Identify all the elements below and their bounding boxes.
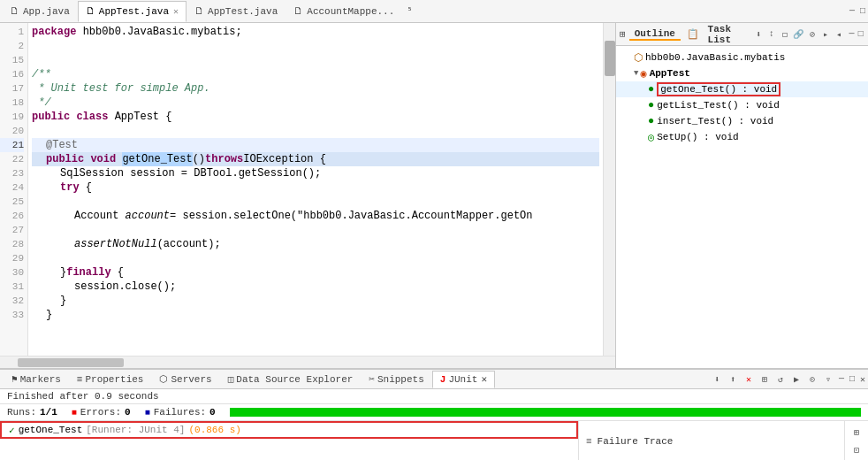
code-area[interactable]: package hbb0b0.JavaBasic.mybatis; /** * … xyxy=(28,23,603,356)
method-label-insert: insert_Test() : void xyxy=(657,116,773,126)
properties-icon: ≡ xyxy=(77,374,83,385)
code-line-25 xyxy=(32,195,599,209)
outline-collapse-btn[interactable]: ⬇ xyxy=(752,27,764,42)
bottom-maximize-btn[interactable]: □ xyxy=(847,374,857,385)
bottom-close-btn[interactable]: ✕ xyxy=(857,374,868,385)
tree-method-getlist[interactable]: ● getList_Test() : void xyxy=(616,97,868,113)
tree-package-node[interactable]: ⬡ hbb0b0.JavaBasic.mybatis xyxy=(616,50,868,65)
junit-refresh-btn[interactable]: ↺ xyxy=(773,372,788,387)
outline-panel-icon: ⊞ xyxy=(620,28,626,40)
junit-menu-btn[interactable]: ▿ xyxy=(820,372,836,387)
tab-close-icon[interactable]: ✕ xyxy=(173,6,179,17)
trace-icon: ≡ xyxy=(586,436,592,447)
editor-content: 1 2 15 16 17 18 19 20 21 22 23 24 25 26 … xyxy=(0,23,615,356)
tree-class-node[interactable]: ▼ ◉ AppTest xyxy=(616,65,868,81)
tab-app-java[interactable]: 🗋 App.java xyxy=(2,1,78,22)
main-area: 1 2 15 16 17 18 19 20 21 22 23 24 25 26 … xyxy=(0,23,868,368)
editor-panel: 1 2 15 16 17 18 19 20 21 22 23 24 25 26 … xyxy=(0,23,616,368)
h-scrollbar-thumb[interactable] xyxy=(18,358,124,367)
outline-tree: ⬡ hbb0b0.JavaBasic.mybatis ▼ ◉ AppTest ●… xyxy=(616,46,868,368)
code-line-32: } xyxy=(32,294,599,308)
outline-collapse-all-btn[interactable]: ◂ xyxy=(833,27,844,42)
java-file-icon: 🗋 xyxy=(10,5,19,17)
maximize-editor-btn[interactable]: □ xyxy=(857,6,868,17)
junit-history-btn[interactable]: ⊙ xyxy=(804,372,820,387)
method-icon-4: ◎ xyxy=(648,131,654,144)
test-item-getone[interactable]: ✓ getOne_Test [Runner: JUnit 4] (0.866 s… xyxy=(0,421,578,439)
outline-panel: ⊞ Outline 📋 Task List ⬇ ↕ ◻ 🔗 ⊘ ▸ ◂ ─ □ … xyxy=(616,23,868,368)
minimize-editor-btn[interactable]: ─ xyxy=(847,6,857,17)
tab-overflow[interactable]: ⁵ xyxy=(402,3,417,19)
outline-link-btn[interactable]: 🔗 xyxy=(792,27,804,42)
scrollbar-thumb[interactable] xyxy=(605,41,615,76)
stack-trace-btn[interactable]: ⊞ xyxy=(849,425,864,441)
junit-rerun-btn[interactable]: ▶ xyxy=(788,372,804,387)
junit-layout-btn[interactable]: ⊞ xyxy=(757,372,773,387)
tree-method-insert[interactable]: ● insert_Test() : void xyxy=(616,113,868,129)
copy-trace-btn[interactable]: ⊡ xyxy=(849,442,864,458)
task-list-panel-title[interactable]: Task List xyxy=(703,24,750,45)
test-item-runner: [Runner: JUnit 4] xyxy=(86,425,185,435)
code-line-26: Account account = session.selectOne("hbb… xyxy=(32,209,599,223)
outline-hide-btn[interactable]: ◻ xyxy=(779,27,790,42)
junit-icon: J xyxy=(440,374,446,385)
tab-snippets[interactable]: ✂ Snippets xyxy=(361,371,431,388)
tab-accountmapper[interactable]: 🗋 AccountMappe... xyxy=(286,1,402,22)
method-label-getone: getOne_Test() : void xyxy=(657,82,780,96)
runs-label: Runs: xyxy=(7,407,36,418)
outline-expand-btn[interactable]: ▸ xyxy=(819,27,831,42)
outline-maximize-btn[interactable]: □ xyxy=(857,29,864,40)
junit-tab-close[interactable]: ✕ xyxy=(481,373,487,385)
junit-content: Finished after 0.9 seconds Runs: 1/1 ■ E… xyxy=(0,389,868,460)
errors-stat: ■ Errors: 0 xyxy=(72,407,131,418)
bottom-right-btns: ⊞ ⊡ xyxy=(844,421,868,460)
method-icon-3: ● xyxy=(648,115,654,127)
tab-datasource[interactable]: ◫ Data Source Explorer xyxy=(220,371,362,388)
line-numbers: 1 2 15 16 17 18 19 20 21 22 23 24 25 26 … xyxy=(0,23,28,356)
markers-icon: ⚑ xyxy=(11,373,18,385)
class-icon: ◉ xyxy=(640,67,646,80)
failure-trace-label: Failure Trace xyxy=(598,436,674,447)
failures-label: Failures: xyxy=(154,407,206,418)
junit-status-text: Finished after 0.9 seconds xyxy=(7,391,159,402)
tree-method-getone[interactable]: ● getOne_Test() : void xyxy=(616,81,868,97)
tab-properties[interactable]: ≡ Properties xyxy=(69,371,152,388)
outline-minimize-btn[interactable]: ─ xyxy=(848,29,855,40)
tab-junit[interactable]: J JUnit ✕ xyxy=(432,371,495,388)
outline-sort-btn[interactable]: ↕ xyxy=(765,27,777,42)
bottom-minimize-btn[interactable]: ─ xyxy=(836,374,847,385)
test-results-row: ✓ getOne_Test [Runner: JUnit 4] (0.866 s… xyxy=(0,421,868,460)
method-label-getlist: getList_Test() : void xyxy=(657,100,780,111)
junit-nav-prev-btn[interactable]: ⬇ xyxy=(709,372,725,387)
test-item-name: getOne_Test xyxy=(19,425,83,435)
outline-panel-title[interactable]: Outline xyxy=(629,28,681,41)
code-line-27 xyxy=(32,223,599,237)
errors-value: 0 xyxy=(125,407,131,418)
code-line-2 xyxy=(32,39,599,53)
outline-panel-header: ⊞ Outline 📋 Task List ⬇ ↕ ◻ 🔗 ⊘ ▸ ◂ ─ □ xyxy=(616,23,868,46)
test-pass-icon: ✓ xyxy=(9,425,15,436)
tab-apptest-java-2[interactable]: 🗋 AppTest.java xyxy=(187,1,286,22)
progress-bar-container xyxy=(230,408,861,417)
code-line-18: */ xyxy=(32,96,599,110)
code-line-29 xyxy=(32,251,599,265)
editor-vertical-scrollbar[interactable] xyxy=(603,23,615,356)
code-line-16: /** xyxy=(32,67,599,81)
runs-value: 1/1 xyxy=(40,407,57,418)
java-file-icon-3: 🗋 xyxy=(194,5,204,17)
code-line-28: assertNotNull(account); xyxy=(32,237,599,251)
failure-icon: ■ xyxy=(145,408,150,418)
junit-error-btn[interactable]: ✕ xyxy=(741,372,757,387)
tab-servers[interactable]: ⬡ Servers xyxy=(151,371,219,388)
code-line-20 xyxy=(32,124,599,138)
tab-apptest-java-active[interactable]: 🗋 AppTest.java ✕ xyxy=(78,1,187,22)
class-label: AppTest xyxy=(650,68,690,79)
servers-icon: ⬡ xyxy=(159,373,168,385)
tab-markers[interactable]: ⚑ Markers xyxy=(4,371,69,388)
progress-bar xyxy=(230,408,861,417)
tree-expand-arrow[interactable]: ▼ xyxy=(634,69,638,78)
tree-method-setup[interactable]: ◎ SetUp() : void xyxy=(616,129,868,145)
outline-filter-btn[interactable]: ⊘ xyxy=(806,27,818,42)
junit-nav-next-btn[interactable]: ⬆ xyxy=(725,372,741,387)
editor-horizontal-scrollbar[interactable] xyxy=(0,356,615,368)
